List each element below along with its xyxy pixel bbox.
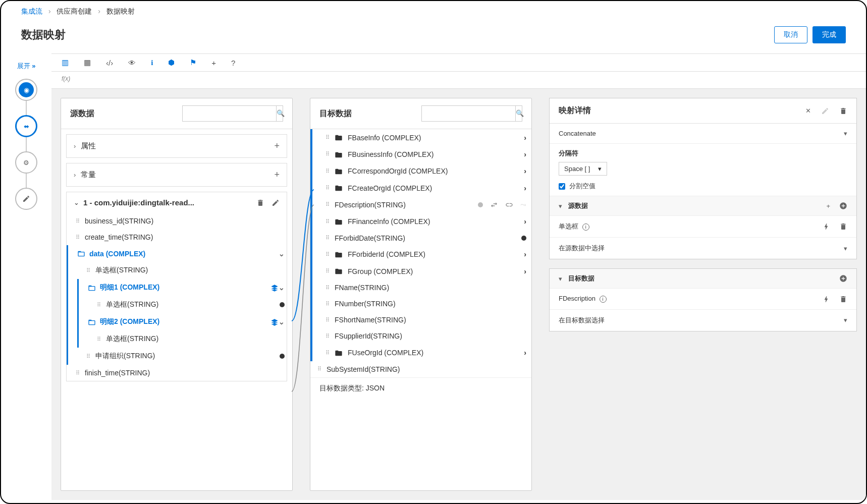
tree-item[interactable]: ⠿FGroup (COMPLEX)› [312,263,531,279]
tree-item[interactable]: ⠿ finish_time(STRING) [67,365,287,381]
chevron-right-icon[interactable]: › [524,150,526,158]
delete-icon[interactable] [839,295,847,303]
search-icon[interactable]: 🔍 [276,106,285,121]
tree-item[interactable]: ⠿ business_id(STRING) [67,213,287,229]
delete-icon[interactable] [839,106,847,115]
drag-icon[interactable]: ⠿ [326,134,329,141]
tree-item-data[interactable]: data (COMPLEX) ⌄ [68,245,287,262]
breadcrumb-link-flow[interactable]: 集成流 [21,7,42,15]
target-search[interactable]: 🔍 [421,105,522,122]
tree-item[interactable]: ⠿ 单选框(STRING) [79,330,287,348]
info-icon[interactable]: i [582,223,589,231]
tree-item-mingxi1[interactable]: 明细1 (COMPLEX) ⌄ [79,279,287,296]
drag-icon[interactable]: ⠿ [86,353,89,360]
sitemap-icon[interactable]: ⬢ [168,58,175,67]
source-select[interactable]: 在源数据中选择 ▾ [550,237,856,259]
info-icon[interactable]: i [600,296,607,303]
drag-icon[interactable]: ⠿ [326,201,329,208]
tree-item[interactable]: ⠿FFinanceInfo (COMPLEX)› [312,213,531,230]
bolt-icon[interactable] [822,295,830,303]
attributes-section[interactable]: › 属性 + [66,134,287,158]
tree-item[interactable]: ⠿FCreateOrgId (COMPLEX)› [312,180,531,196]
details-source-item[interactable]: 单选框 i [550,216,856,237]
swap-icon[interactable] [490,200,498,209]
drag-icon[interactable]: ⠿ [326,218,329,225]
drag-icon[interactable]: ⠿ [326,285,329,291]
drag-icon[interactable]: ⠿ [326,168,329,175]
step-1[interactable]: ◉ [15,79,37,101]
drag-icon[interactable]: ⠿ [326,235,329,241]
drag-icon[interactable]: ⠿ [326,151,329,157]
tree-item[interactable]: ⠿FSupplierId(STRING) [312,328,531,344]
target-search-input[interactable] [422,110,515,118]
drag-icon[interactable]: ⠿ [326,317,329,323]
bolt-icon[interactable] [822,222,830,231]
add-circle-icon[interactable] [839,202,847,210]
tree-item[interactable]: ⠿FBaseInfo (COMPLEX)› [312,129,531,146]
flow-icon[interactable]: ⤳ [520,201,526,209]
source-search-input[interactable] [183,110,276,118]
step-4[interactable] [15,188,37,210]
drag-icon[interactable]: ⠿ [97,302,100,308]
chevron-right-icon[interactable]: › [524,217,526,226]
close-icon[interactable]: ✕ [805,107,811,115]
tree-item[interactable]: ⠿FUseOrgId (COMPLEX)› [312,344,531,361]
cancel-button[interactable]: 取消 [774,26,807,43]
drag-icon[interactable]: ⠿ [326,268,329,274]
chevron-down-icon[interactable]: ⌄ [279,318,285,326]
done-button[interactable]: 完成 [812,26,846,43]
constants-section[interactable]: › 常量 + [66,163,287,187]
step-2-mapping[interactable]: ⬌ [15,115,37,137]
chevron-down-icon[interactable]: ⌄ [279,250,285,258]
delimiter-select[interactable]: Space [ ] ▾ [559,162,607,176]
delete-icon[interactable] [256,198,264,207]
add-icon[interactable]: + [274,141,280,151]
chevron-right-icon[interactable]: › [524,167,526,175]
transform-select[interactable]: Concatenate ▾ [550,124,856,144]
chevron-right-icon[interactable]: › [524,349,526,357]
formula-bar[interactable]: f(x) [51,72,866,89]
search-icon[interactable]: 🔍 [515,106,524,121]
plus-icon[interactable]: + [211,59,216,67]
drag-icon[interactable]: ⠿ [76,234,79,241]
tree-item[interactable]: ⠿FName(STRING) [312,279,531,296]
table-icon[interactable]: ▦ [84,58,91,67]
chevron-right-icon[interactable]: › [524,250,526,258]
delete-icon[interactable] [839,222,847,231]
target-select[interactable]: 在目标数据选择 ▾ [550,309,856,331]
tree-item[interactable]: ⠿FForbiderId (COMPLEX)› [312,246,531,263]
source-search[interactable]: 🔍 [182,105,283,122]
tree-item[interactable]: ⠿ 申请组织(STRING) [68,348,287,365]
drag-icon[interactable]: ⠿ [326,251,329,258]
tree-item[interactable]: ⠿SubSystemId(STRING) [310,361,531,377]
chevron-right-icon[interactable]: › [524,267,526,275]
tree-item[interactable]: ⠿ create_time(STRING) [67,229,287,245]
tree-item[interactable]: ⠿FCorrespondOrgId (COMPLEX)› [312,163,531,180]
info-icon[interactable]: i [151,59,153,67]
drag-icon[interactable]: ⠿ [326,350,329,356]
tree-item-fdescription[interactable]: ⠿FDescription(STRING)⤳ [312,196,531,213]
code-icon[interactable]: ‹/› [106,59,113,67]
add-icon[interactable]: + [826,202,830,210]
tree-root[interactable]: ⌄ 1 - com.yiduijie:dingtalk-read... [67,192,287,213]
tree-item[interactable]: ⠿FBusinessInfo (COMPLEX)› [312,146,531,162]
chevron-down-icon[interactable]: ⌄ [279,284,285,292]
drag-icon[interactable]: ⠿ [76,218,79,225]
tree-item[interactable]: ⠿FShortName(STRING) [312,312,531,328]
drag-icon[interactable]: ⠿ [317,366,320,372]
edit-icon[interactable] [821,106,829,115]
add-circle-icon[interactable] [839,274,847,283]
edit-icon[interactable] [272,198,280,207]
chevron-right-icon[interactable]: › [524,134,526,142]
tree-item[interactable]: ⠿ 单选框(STRING) [68,262,287,279]
eye-icon[interactable]: 👁 [128,59,136,67]
tree-item[interactable]: ⠿ 单选框(STRING) [79,296,287,313]
tree-item[interactable]: ⠿FNumber(STRING) [312,296,531,312]
drag-icon[interactable]: ⠿ [326,185,329,191]
split-null-checkbox[interactable] [559,183,565,190]
add-icon[interactable]: + [274,170,280,180]
expand-link[interactable]: 展开 » [17,62,36,71]
tree-item[interactable]: ⠿FForbidDate(STRING) [312,230,531,246]
chevron-right-icon[interactable]: › [524,184,526,192]
details-source-header[interactable]: ▾ 源数据 + [550,196,856,216]
